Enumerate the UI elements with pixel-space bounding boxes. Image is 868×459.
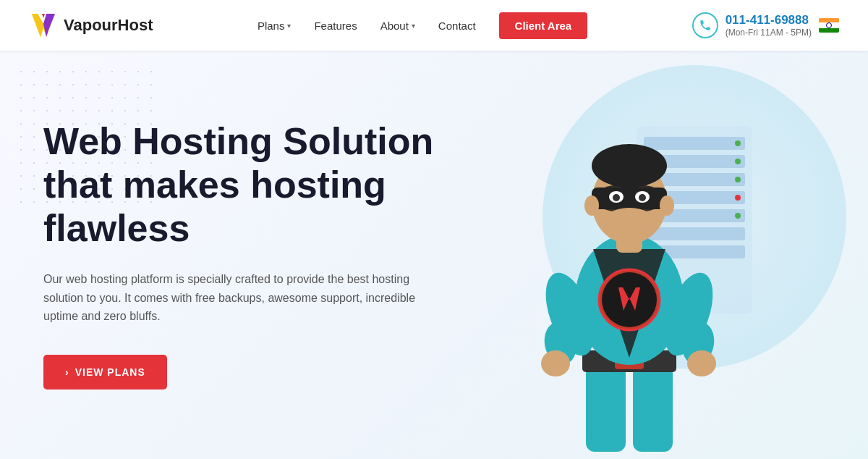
india-flag-icon bbox=[819, 18, 839, 33]
phone-number: 011-411-69888 bbox=[726, 13, 812, 28]
logo[interactable]: VapourHost bbox=[29, 11, 153, 40]
phone-icon bbox=[692, 12, 718, 38]
phone-hours: (Mon-Fri 11AM - 5PM) bbox=[726, 28, 812, 38]
hero-description: Our web hosting platform is specially cr… bbox=[43, 270, 420, 326]
svg-point-43 bbox=[660, 195, 674, 216]
view-plans-button[interactable]: › VIEW PLANS bbox=[43, 355, 167, 389]
plans-chevron-icon: ▾ bbox=[287, 22, 291, 30]
nav-about[interactable]: About ▾ bbox=[380, 20, 415, 32]
hero-section: Web Hosting Solution that makes hosting … bbox=[0, 51, 868, 459]
svg-point-42 bbox=[584, 195, 599, 216]
svg-point-13 bbox=[735, 159, 741, 164]
hero-content: Web Hosting Solution that makes hosting … bbox=[43, 120, 434, 389]
view-plans-label: VIEW PLANS bbox=[75, 366, 145, 378]
superhero-illustration bbox=[477, 83, 781, 459]
svg-rect-18 bbox=[633, 365, 673, 452]
phone-section: 011-411-69888 (Mon-Fri 11AM - 5PM) bbox=[692, 12, 839, 38]
phone-svg bbox=[699, 19, 712, 32]
svg-rect-10 bbox=[644, 227, 745, 240]
logo-icon bbox=[29, 11, 58, 40]
phone-details: 011-411-69888 (Mon-Fri 11AM - 5PM) bbox=[726, 13, 812, 38]
svg-marker-1 bbox=[42, 14, 45, 18]
svg-point-40 bbox=[639, 194, 646, 201]
svg-point-16 bbox=[735, 213, 741, 219]
svg-point-39 bbox=[613, 194, 620, 201]
about-chevron-icon: ▾ bbox=[412, 22, 415, 30]
svg-point-14 bbox=[735, 177, 741, 182]
svg-point-44 bbox=[602, 208, 657, 240]
main-nav: Plans ▾ Features About ▾ Contact Client … bbox=[258, 12, 587, 39]
nav-features[interactable]: Features bbox=[314, 20, 357, 32]
nav-plans[interactable]: Plans ▾ bbox=[258, 20, 292, 32]
svg-point-32 bbox=[687, 350, 716, 376]
header: VapourHost Plans ▾ Features About ▾ Cont… bbox=[0, 0, 868, 51]
client-area-button[interactable]: Client Area bbox=[499, 12, 588, 39]
svg-point-41 bbox=[592, 144, 667, 188]
svg-point-31 bbox=[541, 350, 570, 376]
view-plans-arrow-icon: › bbox=[65, 366, 69, 378]
nav-contact[interactable]: Contact bbox=[438, 20, 476, 32]
logo-text: VapourHost bbox=[64, 16, 153, 35]
svg-rect-5 bbox=[644, 137, 745, 150]
hero-title: Web Hosting Solution that makes hosting … bbox=[43, 120, 434, 250]
hero-illustration bbox=[434, 51, 825, 459]
svg-rect-36 bbox=[592, 188, 667, 209]
svg-rect-17 bbox=[586, 365, 626, 452]
svg-point-15 bbox=[735, 195, 741, 201]
svg-point-12 bbox=[735, 140, 741, 146]
